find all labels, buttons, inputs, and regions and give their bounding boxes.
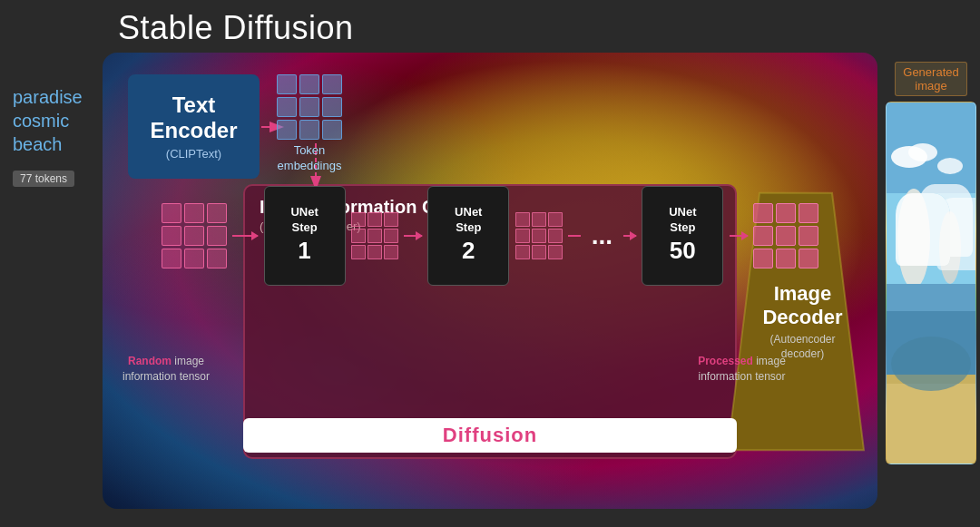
prompt-text: paradisecosmicbeach [5, 82, 103, 160]
token-grid-icon [277, 74, 342, 140]
arrow-dots-left [568, 235, 581, 237]
sidebar-prompt: paradisecosmicbeach 77 tokens [5, 82, 103, 187]
unet-step-50: UNetStep 50 [642, 186, 723, 286]
unet-label-1: UNetStep [290, 205, 318, 236]
right-section: Generatedimage [882, 62, 980, 464]
random-tensor-group [162, 203, 227, 268]
svg-point-4 [908, 143, 937, 161]
diffusion-text: Diffusion [443, 424, 537, 446]
dots-section: ... [568, 221, 636, 250]
svg-point-7 [939, 211, 961, 284]
tokens-badge: 77 tokens [13, 171, 74, 187]
arrow-1 [232, 235, 258, 237]
text-encoder-box: TextEncoder (CLIPText) [128, 74, 260, 179]
unet-num-1: 1 [298, 236, 310, 267]
unet-box-50: UNetStep 50 [642, 186, 723, 286]
svg-rect-11 [887, 384, 976, 464]
token-embed-label: Tokenembeddings [278, 143, 342, 174]
unet-box-2: UNetStep 2 [427, 186, 509, 286]
tensor-grid-1 [351, 212, 398, 259]
unet-label-2: UNetStep [455, 205, 482, 236]
token-embeddings-box: Tokenembeddings [277, 74, 342, 174]
svg-point-5 [937, 158, 963, 174]
arrow-dots-right [623, 235, 636, 237]
unet-step-1: UNetStep 1 [264, 186, 346, 286]
svg-rect-9 [887, 284, 976, 311]
unet-num-50: 50 [670, 236, 696, 267]
generated-image [886, 102, 976, 464]
processed-label: Processed imageinformation tensor [681, 354, 803, 385]
decoder-text-block: ImageDecoder (Autoencoderdecoder) [737, 184, 868, 459]
unet-label-50: UNetStep [669, 205, 696, 236]
tensor-grid-2 [515, 212, 563, 259]
diffusion-label: Diffusion [243, 418, 737, 453]
dots: ... [584, 221, 620, 250]
generated-label: Generatedimage [895, 62, 966, 96]
unet-box-1: UNetStep 1 [264, 186, 346, 286]
decoder-title: ImageDecoder [762, 282, 842, 330]
arrow-2 [404, 235, 422, 237]
processed-highlight: Processed [698, 355, 753, 367]
random-tensor-grid [162, 203, 227, 268]
page-title: Stable Diffusion [118, 9, 354, 47]
unet-steps-row: UNetStep 1 UNetStep 2 ... UNetStep [141, 177, 839, 295]
random-highlight: Random [128, 355, 172, 367]
text-encoder-sub: (CLIPText) [166, 147, 221, 161]
text-encoder-title: TextEncoder [150, 93, 237, 142]
unet-step-2: UNetStep 2 [427, 186, 509, 286]
random-label: Random imageinformation tensor [107, 354, 225, 385]
unet-num-2: 2 [462, 236, 475, 267]
svg-point-6 [897, 189, 930, 288]
